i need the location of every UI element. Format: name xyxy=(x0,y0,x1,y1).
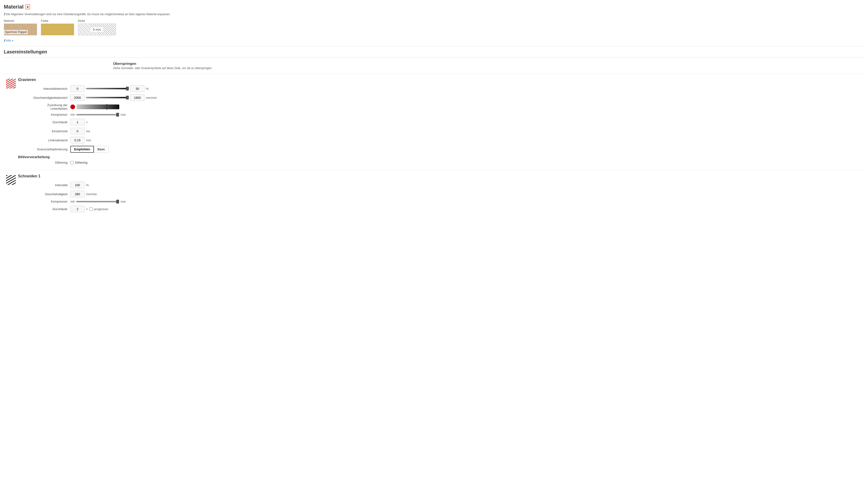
color-swatch[interactable] xyxy=(41,24,74,35)
durchlaeufe-row-engrave: Durchläufe × xyxy=(18,119,864,125)
dithering-checkbox-text: Dithering xyxy=(75,161,88,164)
engrave-icon xyxy=(6,78,16,89)
material-name: Sperrholz Pappel xyxy=(4,30,28,34)
material-close-button[interactable]: x xyxy=(25,4,30,9)
kompressor-thumb-cut xyxy=(116,200,119,203)
thickness-swatch[interactable]: 6 mm xyxy=(78,24,116,35)
durchlaeufe-label-engrave: Durchläufe xyxy=(18,120,70,124)
einstichzeit-input[interactable] xyxy=(70,128,85,134)
engrave-section: Gravieren Intensitätsbereich % Geschwind… xyxy=(4,74,864,170)
color-range-slider[interactable] xyxy=(76,104,119,109)
geschwindigkeit-unit: mm/min xyxy=(86,192,97,196)
kompressor-max-label-engrave: max xyxy=(121,113,126,117)
durchlaeufe-unit-cut: × xyxy=(86,207,88,211)
material-swatch[interactable]: Sperrholz Pappel xyxy=(4,24,37,35)
linienabstand-input[interactable] xyxy=(70,137,85,143)
notice-text: Die folgenden Voreinstellungen sind nur … xyxy=(6,12,170,16)
geschwindigkeit-label: Geschwindigkeit xyxy=(18,192,70,196)
intensitaet-unit: % xyxy=(86,183,89,187)
einstichzeit-row: Einstichzeit ms xyxy=(18,128,864,134)
dithering-control: Dithering xyxy=(70,161,88,164)
kompressor-row-cut: Kompressor min max xyxy=(18,200,864,203)
material-field: Material Sperrholz Pappel xyxy=(4,19,37,35)
zuordnung-label: Zuordnung der Linienfarben xyxy=(18,103,70,110)
einstichzeit-control: ms xyxy=(70,128,90,134)
dithering-checkbox-label[interactable]: Dithering xyxy=(70,161,88,164)
bildvorverarbeitung-title: Bildvorverarbeitung xyxy=(18,155,864,159)
engrave-title: Gravieren xyxy=(18,78,864,82)
kompressor-label-engrave: Kompressor xyxy=(18,113,70,117)
geschwindigkeitsbereich-control: mm/min xyxy=(70,94,157,101)
gravurzeitoptimierung-label: Gravurzeitoptimierung xyxy=(18,148,70,151)
engrave-content: Gravieren Intensitätsbereich % Geschwind… xyxy=(18,78,864,166)
geschwindigkeit-control: mm/min xyxy=(70,191,97,197)
kompressor-control-cut: min max xyxy=(70,200,126,203)
skip-section: Überspringen Ziehe Schneide- oder Gravie… xyxy=(4,58,864,74)
material-notice: ℹ Die folgenden Voreinstellungen sind nu… xyxy=(4,12,864,16)
material-title: Material xyxy=(4,4,24,10)
cut-content: Schneiden 1 Intensität % Geschwindigkeit… xyxy=(18,174,864,215)
durchlaeufe-label-cut: Durchläufe xyxy=(18,207,70,211)
laser-section-title: Lasereinstellungen xyxy=(4,46,864,58)
gravurzeitoptimierung-control: Empfohlen Basic xyxy=(70,146,108,153)
durchlaeufe-control-engrave: × xyxy=(70,119,88,125)
geschwindigkeitsbereich-row: Geschwindigkeitsbereich mm/min xyxy=(18,94,864,101)
cut-icon-container xyxy=(4,174,18,215)
intensitaet-row: Intensität % xyxy=(18,182,864,188)
zuordnung-row: Zuordnung der Linienfarben xyxy=(18,103,864,110)
gravurzeitoptimierung-buttons: Empfohlen Basic xyxy=(70,146,108,153)
intensitaetsbereich-row: Intensitätsbereich % xyxy=(18,85,864,92)
btn-basic[interactable]: Basic xyxy=(94,146,108,153)
geschwindigkeitsbereich-min-input[interactable] xyxy=(70,94,85,101)
color-assignment xyxy=(70,104,119,109)
material-field-label: Material xyxy=(4,19,37,23)
kompressor-min-label-engrave: min xyxy=(70,113,75,117)
geschwindigkeit-input[interactable] xyxy=(70,191,85,197)
intensitaetsbereich-unit: % xyxy=(146,87,149,91)
engrave-icon-container xyxy=(4,78,18,166)
farbe-label: Farbe xyxy=(41,19,74,23)
geschwindigkeit-row: Geschwindigkeit mm/min xyxy=(18,191,864,197)
durchlaeufe-unit-engrave: × xyxy=(86,120,88,124)
gravurzeitoptimierung-row: Gravurzeitoptimierung Empfohlen Basic xyxy=(18,146,864,153)
intensitaetsbereich-min-input[interactable] xyxy=(70,85,85,92)
intensitaet-input[interactable] xyxy=(70,182,85,188)
intensitaetsbereich-control: % xyxy=(70,85,149,92)
progressiv-checkbox[interactable] xyxy=(89,207,93,210)
cut-section: Schneiden 1 Intensität % Geschwindigkeit… xyxy=(4,170,864,219)
einstichzeit-unit: ms xyxy=(86,129,90,133)
intensitaetsbereich-label: Intensitätsbereich xyxy=(18,87,70,91)
info-toggle[interactable]: ℹ Info ▾ xyxy=(4,39,864,42)
thickness-value: 6 mm xyxy=(91,27,103,32)
intensitaetsbereich-slider[interactable] xyxy=(86,88,129,89)
notice-icon: ℹ xyxy=(4,12,5,16)
bildvorverarbeitung-section: Bildvorverarbeitung Dithering Dithering xyxy=(18,155,864,164)
kompressor-slider-cut[interactable] xyxy=(76,201,119,202)
cut-icon xyxy=(6,175,16,185)
kompressor-slider-engrave[interactable] xyxy=(76,114,119,116)
geschwindigkeitsbereich-thumb xyxy=(126,96,129,99)
durchlaeufe-input-cut[interactable] xyxy=(70,206,85,212)
color-range-thumb xyxy=(106,104,107,110)
btn-empfohlen[interactable]: Empfohlen xyxy=(70,146,94,153)
kompressor-min-cut: min xyxy=(70,200,75,203)
geschwindigkeitsbereich-unit: mm/min xyxy=(146,96,157,99)
kompressor-label-cut: Kompressor xyxy=(18,200,70,203)
linienabstand-unit: mm xyxy=(86,138,91,142)
dithering-field-label: Dithering xyxy=(18,161,70,164)
geschwindigkeitsbereich-label: Geschwindigkeitsbereich xyxy=(18,96,70,99)
linienabstand-control: mm xyxy=(70,137,91,143)
geschwindigkeitsbereich-max-input[interactable] xyxy=(130,94,145,101)
einstichzeit-label: Einstichzeit xyxy=(18,129,70,133)
geschwindigkeitsbereich-slider[interactable] xyxy=(86,97,129,98)
linienabstand-row: Linienabstand mm xyxy=(18,137,864,143)
cut-title: Schneiden 1 xyxy=(18,174,864,178)
dithering-checkbox[interactable] xyxy=(70,161,74,164)
kompressor-thumb-engrave xyxy=(116,113,119,117)
skip-description: Ziehe Schneide- oder Graviersymbole auf … xyxy=(113,66,864,70)
info-toggle-arrow: ▾ xyxy=(12,39,13,42)
kompressor-control-engrave: min max xyxy=(70,113,126,117)
intensitaet-label: Intensität xyxy=(18,183,70,187)
intensitaetsbereich-max-input[interactable] xyxy=(130,85,145,92)
durchlaeufe-input-engrave[interactable] xyxy=(70,119,85,125)
